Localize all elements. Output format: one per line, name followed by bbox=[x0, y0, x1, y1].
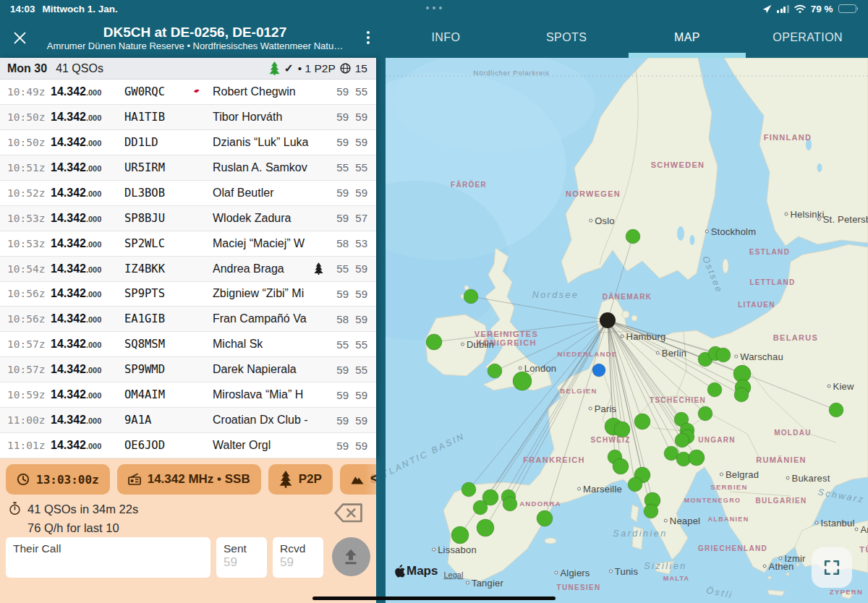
qso-rst-sent: 59 bbox=[326, 136, 349, 148]
qso-map-marker[interactable] bbox=[707, 382, 722, 397]
qso-row[interactable]: 10:57z14.342.000SQ8MSMMichal Sk5555 bbox=[0, 332, 376, 357]
qso-frequency: 14.342.000 bbox=[51, 212, 124, 225]
qso-row[interactable]: 10:52z14.342.000DL3BOBOlaf Beutler5959 bbox=[0, 181, 376, 206]
qso-map-marker[interactable] bbox=[503, 497, 517, 511]
rcvd-input[interactable] bbox=[280, 555, 316, 570]
kebab-menu-icon[interactable] bbox=[361, 31, 375, 44]
qso-map-marker[interactable] bbox=[451, 526, 469, 544]
qso-map-marker[interactable] bbox=[716, 348, 731, 362]
qso-map-marker[interactable] bbox=[734, 388, 749, 402]
chip-label: P2P bbox=[299, 472, 322, 487]
qso-map-marker[interactable] bbox=[426, 334, 442, 350]
qso-rst-sent: 55 bbox=[326, 262, 349, 275]
qso-rst-sent: 59 bbox=[326, 111, 349, 123]
sent-input[interactable] bbox=[224, 555, 260, 570]
qso-map-marker[interactable] bbox=[675, 433, 689, 448]
qso-operator-name: Robert Chegwin bbox=[213, 85, 311, 98]
chip-sota[interactable]: SOTA< bbox=[340, 464, 376, 495]
qso-map-marker[interactable] bbox=[477, 519, 494, 536]
qso-map-marker[interactable] bbox=[513, 372, 532, 390]
p2p-summary: • 1 P2P bbox=[298, 62, 336, 75]
screen: 14:03 Mittwoch 1. Jan. 79 % DK5CH at DE-… bbox=[0, 0, 868, 603]
qso-operator-name: Darek Napierala bbox=[213, 363, 311, 376]
radio-icon bbox=[128, 473, 141, 486]
user-location-marker[interactable] bbox=[592, 364, 605, 377]
qso-row[interactable]: 11:00z14.342.0009A1ACroatian Dx Club -59… bbox=[0, 408, 376, 433]
qso-rst-rcvd: 53 bbox=[349, 237, 367, 249]
qso-row[interactable]: 10:51z14.342.000UR5IRMRuslan A. Samkov55… bbox=[0, 155, 376, 181]
qso-map-marker[interactable] bbox=[698, 406, 712, 421]
rcvd-label: Rcvd bbox=[280, 542, 316, 555]
qso-map-marker[interactable] bbox=[537, 510, 553, 526]
qso-time: 10:51z bbox=[7, 162, 51, 174]
fullscreen-button[interactable] bbox=[812, 547, 852, 588]
map-attribution: Maps Legal bbox=[394, 564, 463, 579]
qso-callsign: SP9PTS bbox=[124, 287, 188, 300]
chip-13-03-00z[interactable]: 13:03:00z bbox=[6, 464, 110, 495]
qso-frequency: 14.342.000 bbox=[51, 85, 124, 98]
multitask-indicator-icon[interactable] bbox=[426, 7, 442, 9]
qso-map-marker[interactable] bbox=[613, 458, 629, 474]
tab-bar: INFOSPOTSMAPOPERATION bbox=[386, 17, 868, 58]
qso-frequency: 14.342.000 bbox=[51, 363, 124, 376]
rcvd-field[interactable]: Rcvd bbox=[273, 537, 323, 578]
backspace-button[interactable] bbox=[334, 503, 363, 523]
qso-operator-name: Olaf Beutler bbox=[213, 187, 311, 200]
qso-row[interactable]: 10:50z14.342.000DD1LDDzianis “Luk” Luka5… bbox=[0, 130, 376, 155]
qso-row[interactable]: 10:57z14.342.000SP9WMDDarek Napierala595… bbox=[0, 357, 376, 382]
log-day: Mon 30 bbox=[7, 62, 47, 75]
qso-map-marker[interactable] bbox=[829, 403, 843, 417]
qso-rst-sent: 59 bbox=[326, 288, 349, 300]
qso-map-marker[interactable] bbox=[488, 364, 502, 378]
qso-map-marker[interactable] bbox=[689, 450, 705, 466]
qso-map-marker[interactable] bbox=[634, 414, 650, 429]
qso-row[interactable]: 10:59z14.342.000OM4AIMMiroslava “Mia” H5… bbox=[0, 382, 376, 408]
their-call-input[interactable] bbox=[13, 555, 203, 570]
qso-time: 10:54z bbox=[7, 263, 51, 275]
qso-operator-name: Tibor Horváth bbox=[213, 111, 311, 124]
operator-location-marker[interactable] bbox=[600, 312, 616, 328]
qso-operator-name: Michal Sk bbox=[213, 338, 311, 351]
tab-operation[interactable]: OPERATION bbox=[747, 17, 868, 58]
qso-row[interactable]: 10:56z14.342.000EA1GIBFran Campañó Va585… bbox=[0, 307, 376, 332]
stats-line1: 41 QSOs in 34m 22s bbox=[27, 502, 138, 516]
qso-frequency: 14.342.000 bbox=[51, 388, 124, 401]
qso-callsign: EA1GIB bbox=[124, 312, 188, 325]
legal-link[interactable]: Legal bbox=[443, 570, 463, 579]
qso-map-marker[interactable] bbox=[644, 504, 658, 518]
close-button[interactable] bbox=[10, 28, 29, 47]
app-header: DK5CH at DE-0256, DE-0127 Amrumer Dünen … bbox=[0, 17, 868, 58]
qso-row[interactable]: 10:49z14.342.000GW0RQCRobert Chegwin5955 bbox=[0, 80, 376, 105]
qso-rst-rcvd: 59 bbox=[349, 262, 367, 275]
qso-row[interactable]: 10:53z14.342.000SP2WLCMaciej “Maciej” W5… bbox=[0, 231, 376, 257]
home-indicator[interactable] bbox=[312, 596, 556, 600]
qso-callsign: SP2WLC bbox=[124, 237, 188, 250]
qso-map-marker[interactable] bbox=[461, 482, 476, 497]
qso-map-marker[interactable] bbox=[473, 500, 488, 515]
qso-rst-rcvd: 59 bbox=[349, 288, 367, 300]
qso-frequency: 14.342.000 bbox=[51, 187, 124, 200]
log-qso-button[interactable] bbox=[332, 537, 370, 576]
tab-info[interactable]: INFO bbox=[386, 17, 506, 58]
their-call-field[interactable]: Their Call bbox=[6, 537, 210, 578]
qso-map-marker[interactable] bbox=[614, 422, 630, 437]
map-view[interactable]: Nördlicher PolarkreisFÄRÖERFINNLANDSCHWE… bbox=[386, 58, 868, 603]
qso-map-marker[interactable] bbox=[626, 229, 640, 244]
tab-map[interactable]: MAP bbox=[627, 17, 748, 58]
qso-row[interactable]: 11:01z14.342.000OE6JODWalter Orgl5959 bbox=[0, 433, 376, 458]
qso-rst-rcvd: 59 bbox=[349, 389, 367, 401]
qso-row[interactable]: 10:54z14.342.000IZ4BKKAndrea Braga5559 bbox=[0, 257, 376, 282]
qso-row[interactable]: 10:56z14.342.000SP9PTSZbigniew “Zibi” Mi… bbox=[0, 282, 376, 307]
chip-14-342-mhz-ssb[interactable]: 14.342 MHz • SSB bbox=[117, 464, 261, 495]
sent-field[interactable]: Sent bbox=[216, 537, 267, 578]
qso-callsign: GW0RQC bbox=[124, 85, 188, 98]
qso-rst-rcvd: 55 bbox=[349, 338, 367, 351]
entry-panel: 13:03:00z14.342 MHz • SSBP2PSOTA< 41 QSO… bbox=[0, 458, 376, 603]
qso-row[interactable]: 10:53z14.342.000SP8BJUWlodek Zadura5957 bbox=[0, 206, 376, 231]
tab-spots[interactable]: SPOTS bbox=[506, 17, 627, 58]
chip-p2p[interactable]: P2P bbox=[268, 464, 333, 495]
qso-map-marker[interactable] bbox=[628, 477, 642, 492]
qso-map-marker[interactable] bbox=[464, 289, 478, 304]
maps-brand: Maps bbox=[407, 564, 438, 578]
qso-row[interactable]: 10:50z14.342.000HA1TIBTibor Horváth5959 bbox=[0, 105, 376, 130]
